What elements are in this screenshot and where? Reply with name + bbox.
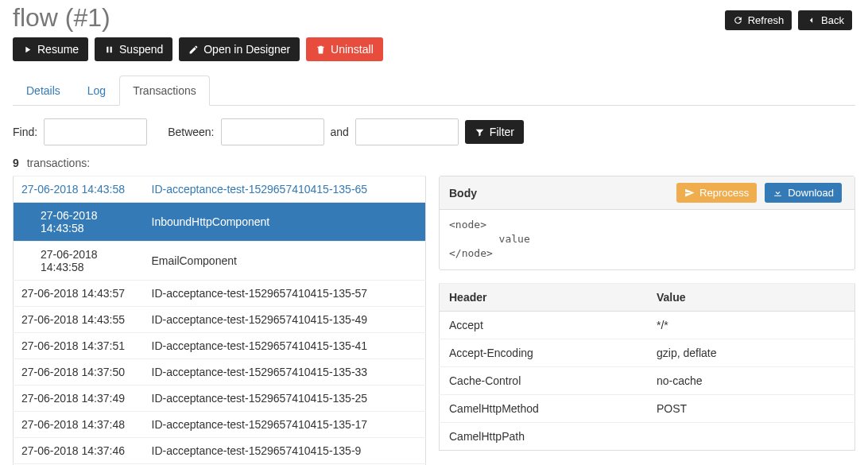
- row-id: ID-acceptance-test-1529657410415-135-65: [149, 176, 426, 203]
- table-row: CamelHttpMethodPOST: [440, 394, 855, 422]
- resume-button[interactable]: Resume: [13, 37, 88, 61]
- header-name: CamelHttpMethod: [440, 394, 648, 422]
- row-time: 27-06-2018 14:37:50: [14, 359, 149, 386]
- tab-log[interactable]: Log: [74, 76, 119, 106]
- header-value: POST: [647, 394, 855, 422]
- body-panel: Body Reprocess Download <node> value </n…: [439, 176, 855, 270]
- header-col-label: Header: [440, 283, 648, 311]
- suspend-label: Suspend: [119, 43, 163, 56]
- row-time: 27-06-2018 14:43:58: [14, 176, 149, 203]
- back-button[interactable]: Back: [798, 10, 852, 30]
- refresh-button[interactable]: Refresh: [725, 10, 792, 30]
- header-value: [647, 422, 855, 450]
- table-row[interactable]: 27-06-2018 14:43:58EmailComponent: [14, 242, 426, 281]
- uninstall-label: Uninstall: [331, 43, 374, 56]
- header-value: no-cache: [647, 366, 855, 394]
- count-value: 9: [13, 157, 19, 169]
- row-id: InboundHttpComponent: [149, 203, 426, 242]
- download-label: Download: [788, 187, 834, 199]
- resume-label: Resume: [37, 43, 79, 56]
- row-time: 27-06-2018 14:37:49: [14, 386, 149, 412]
- filter-icon: [475, 127, 485, 138]
- refresh-icon: [733, 15, 743, 25]
- suspend-button[interactable]: Suspend: [95, 37, 172, 61]
- date-to-input[interactable]: [355, 118, 459, 145]
- table-row[interactable]: 27-06-2018 14:37:51ID-acceptance-test-15…: [14, 333, 426, 359]
- between-label: Between:: [168, 126, 214, 138]
- row-id: EmailComponent: [149, 242, 426, 281]
- table-row[interactable]: 27-06-2018 14:43:58InboundHttpComponent: [14, 203, 426, 242]
- row-time: 27-06-2018 14:43:57: [14, 281, 149, 307]
- row-id: ID-acceptance-test-1529657410415-135-17: [149, 412, 426, 438]
- table-row: Accept*/*: [440, 311, 855, 339]
- open-designer-button[interactable]: Open in Designer: [179, 37, 300, 61]
- date-from-input[interactable]: [221, 118, 324, 145]
- row-id: ID-acceptance-test-1529657410415-135-33: [149, 359, 426, 386]
- row-time: 27-06-2018 14:37:46: [14, 438, 149, 464]
- header-value: */*: [647, 311, 855, 339]
- header-name: CamelHttpPath: [440, 422, 648, 450]
- refresh-label: Refresh: [748, 14, 785, 26]
- row-time: 27-06-2018 14:43:58: [14, 203, 149, 242]
- find-input[interactable]: [44, 118, 147, 145]
- value-col-label: Value: [647, 283, 855, 311]
- table-row[interactable]: 27-06-2018 14:43:58ID-acceptance-test-15…: [14, 176, 426, 203]
- header-value-table: Header Value Accept*/*Accept-Encodinggzi…: [439, 283, 855, 451]
- table-row[interactable]: 27-06-2018 14:43:57ID-acceptance-test-15…: [14, 281, 426, 307]
- row-time: 27-06-2018 14:43:58: [14, 242, 149, 281]
- find-label: Find:: [13, 126, 37, 138]
- table-row[interactable]: 27-06-2018 14:43:55ID-acceptance-test-15…: [14, 307, 426, 333]
- top-right-actions: Refresh Back: [725, 10, 855, 30]
- table-row: Accept-Encodinggzip, deflate: [440, 339, 855, 366]
- download-icon: [773, 188, 783, 198]
- send-icon: [684, 188, 695, 198]
- table-row[interactable]: 27-06-2018 14:37:48ID-acceptance-test-15…: [14, 412, 426, 438]
- download-button[interactable]: Download: [765, 183, 842, 203]
- table-row[interactable]: 27-06-2018 14:37:50ID-acceptance-test-15…: [14, 359, 426, 386]
- table-row: Cache-Controlno-cache: [440, 366, 855, 394]
- edit-icon: [188, 45, 199, 55]
- row-time: 27-06-2018 14:43:55: [14, 307, 149, 333]
- table-row: CamelHttpPath: [440, 422, 855, 450]
- chevron-left-icon: [806, 15, 816, 25]
- open-designer-label: Open in Designer: [203, 43, 290, 56]
- row-id: ID-acceptance-test-1529657410415-135-41: [149, 333, 426, 359]
- back-label: Back: [821, 14, 844, 26]
- row-time: 27-06-2018 14:37:48: [14, 412, 149, 438]
- and-label: and: [331, 126, 349, 138]
- tabs: Details Log Transactions: [13, 76, 855, 106]
- row-id: ID-acceptance-test-1529657410415-135-9: [149, 438, 426, 464]
- tab-transactions[interactable]: Transactions: [119, 76, 210, 106]
- header-name: Accept-Encoding: [440, 339, 648, 366]
- action-toolbar: Resume Suspend Open in Designer Uninstal…: [13, 37, 855, 61]
- tab-details[interactable]: Details: [13, 76, 74, 106]
- body-content: <node> value </node>: [440, 210, 854, 269]
- filter-bar: Find: Between: and Filter: [13, 118, 855, 145]
- row-id: ID-acceptance-test-1529657410415-135-49: [149, 307, 426, 333]
- pause-icon: [104, 45, 114, 55]
- table-row[interactable]: 27-06-2018 14:37:46ID-acceptance-test-15…: [14, 438, 426, 464]
- page-title: flow (#1): [13, 3, 110, 33]
- header-name: Accept: [440, 311, 648, 339]
- reprocess-label: Reprocess: [699, 187, 749, 199]
- trash-icon: [316, 45, 326, 55]
- transaction-count: 9 transactions:: [13, 157, 855, 169]
- count-label: transactions:: [27, 157, 90, 169]
- table-row[interactable]: 27-06-2018 14:37:49ID-acceptance-test-15…: [14, 386, 426, 412]
- filter-button[interactable]: Filter: [465, 120, 524, 144]
- transaction-table: 27-06-2018 14:43:58ID-acceptance-test-15…: [13, 176, 426, 465]
- row-id: ID-acceptance-test-1529657410415-135-57: [149, 281, 426, 307]
- header-value: gzip, deflate: [647, 339, 855, 366]
- body-label: Body: [449, 187, 477, 200]
- row-time: 27-06-2018 14:37:51: [14, 333, 149, 359]
- uninstall-button[interactable]: Uninstall: [306, 37, 383, 61]
- filter-button-label: Filter: [490, 126, 514, 138]
- header-name: Cache-Control: [440, 366, 648, 394]
- reprocess-button[interactable]: Reprocess: [676, 183, 757, 203]
- row-id: ID-acceptance-test-1529657410415-135-25: [149, 386, 426, 412]
- play-icon: [22, 45, 33, 55]
